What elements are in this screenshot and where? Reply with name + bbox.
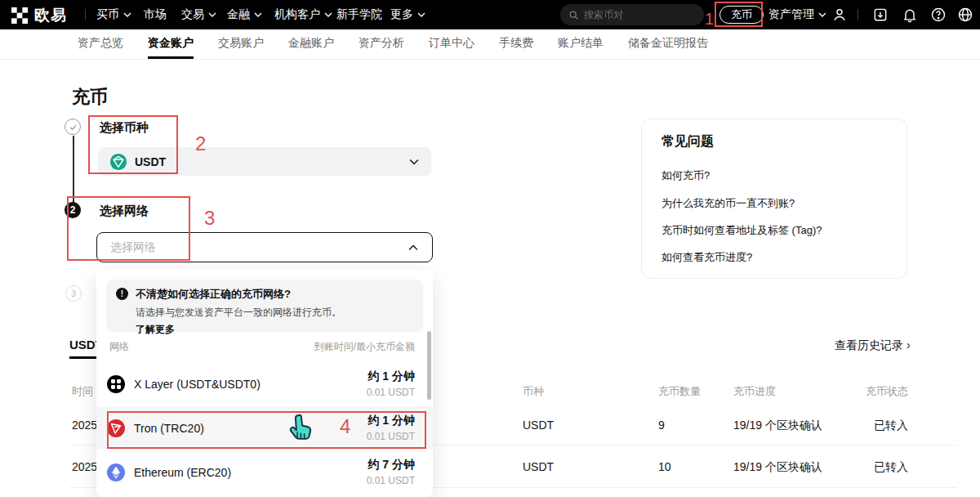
arrival-time: 约 1 分钟 bbox=[367, 414, 415, 428]
network-column-header: 网络 bbox=[109, 340, 129, 354]
step3-number: 3 bbox=[71, 289, 76, 298]
learn-more-link[interactable]: 了解更多 bbox=[136, 323, 175, 337]
subnav-item-fees[interactable]: 手续费 bbox=[499, 29, 533, 59]
faq-title: 常见问题 bbox=[662, 133, 714, 150]
chevron-down-icon bbox=[818, 12, 826, 17]
stepper-connector bbox=[73, 136, 74, 203]
notice-title: 不清楚如何选择正确的充币网络? bbox=[136, 287, 341, 302]
nav-item-more[interactable]: 更多 bbox=[390, 7, 425, 22]
network-list-headers: 网络 到账时间/最小充币金额 bbox=[109, 340, 415, 354]
subnav-item-statements[interactable]: 账户结单 bbox=[558, 29, 604, 59]
network-name: Ethereum (ERC20) bbox=[134, 466, 231, 479]
view-history-link[interactable]: 查看历史记录 › bbox=[835, 338, 911, 353]
okx-deposit-page: 欧易 买币 市场 交易 金融 机构客户 新手学院 更多 bbox=[0, 0, 980, 497]
search-input[interactable]: 搜索币对 bbox=[560, 4, 704, 25]
language-globe-icon[interactable] bbox=[957, 7, 973, 23]
column-header-time: 时间 bbox=[72, 384, 93, 399]
step3-number-circle: 3 bbox=[65, 285, 82, 302]
chevron-down-icon bbox=[324, 12, 332, 17]
nav-item-academy[interactable]: 新手学院 bbox=[336, 7, 382, 22]
column-header-coin: 币种 bbox=[523, 384, 544, 399]
nav-item-markets[interactable]: 市场 bbox=[144, 7, 167, 22]
network-select-input[interactable]: 选择网络 bbox=[96, 232, 433, 262]
arrival-time: 约 7 分钟 bbox=[367, 458, 415, 472]
notifications-bell-icon[interactable] bbox=[902, 7, 918, 23]
network-row-ethereum[interactable]: Ethereum (ERC20) 约 7 分钟 0.01 USDT bbox=[96, 451, 433, 494]
chevron-down-icon bbox=[417, 12, 425, 17]
subnav-item-trading-account[interactable]: 交易账户 bbox=[218, 29, 264, 59]
annotation-number-1: 1 bbox=[705, 10, 714, 29]
step2-number: 2 bbox=[70, 204, 76, 216]
profile-icon[interactable] bbox=[831, 7, 848, 23]
nav-item-buy[interactable]: 买币 bbox=[96, 7, 131, 22]
subnav-item-funding-account[interactable]: 资金账户 bbox=[148, 29, 194, 59]
notice-description: 请选择与您发送资产平台一致的网络进行充币。 bbox=[136, 306, 341, 320]
column-header-status: 充币状态 bbox=[835, 384, 908, 399]
network-row-xlayer[interactable]: X Layer (USDT&USDT0) 约 1 分钟 0.01 USDT bbox=[96, 363, 433, 405]
nav-item-label: 买币 bbox=[96, 7, 119, 22]
subnav-item-finance-account[interactable]: 金融账户 bbox=[288, 29, 334, 59]
chevron-down-icon bbox=[408, 159, 420, 165]
nav-item-label: 机构客户 bbox=[274, 7, 320, 22]
history-cell-coin: USDT bbox=[523, 460, 554, 473]
nav-item-finance[interactable]: 金融 bbox=[227, 7, 262, 22]
arrival-time: 约 1 分钟 bbox=[367, 369, 415, 384]
chevron-up-icon bbox=[408, 244, 419, 251]
min-deposit: 0.01 USDT bbox=[367, 431, 415, 442]
nav-item-label: 更多 bbox=[390, 7, 413, 22]
history-cell-amount: 9 bbox=[658, 419, 665, 432]
nav-item-label: 新手学院 bbox=[336, 7, 382, 22]
account-subnav: 资产总览 资金账户 交易账户 金融账户 资产分析 订单中心 手续费 账户结单 储… bbox=[0, 29, 980, 60]
column-header-progress: 充币进度 bbox=[733, 384, 776, 399]
nav-item-institutions[interactable]: 机构客户 bbox=[274, 7, 332, 22]
min-deposit: 0.01 USDT bbox=[367, 387, 415, 398]
network-row-tron[interactable]: Tron (TRC20) 约 1 分钟 0.01 USDT bbox=[96, 407, 433, 450]
okx-logo[interactable]: 欧易 bbox=[11, 5, 67, 26]
check-icon bbox=[69, 123, 78, 132]
ethereum-icon bbox=[106, 463, 126, 482]
brand-name: 欧易 bbox=[34, 5, 67, 26]
chevron-down-icon bbox=[123, 12, 131, 17]
step2-label: 选择网络 bbox=[100, 204, 149, 219]
faq-item-not-arrived[interactable]: 为什么我充的币一直不到账? bbox=[662, 196, 795, 211]
chevron-down-icon bbox=[254, 12, 262, 17]
subnav-item-order-center[interactable]: 订单中心 bbox=[429, 29, 474, 59]
panel-scrollbar[interactable] bbox=[427, 331, 431, 400]
nav-item-label: 市场 bbox=[144, 7, 167, 22]
topbar-divider bbox=[85, 9, 86, 20]
faq-item-how-to-deposit[interactable]: 如何充币? bbox=[662, 168, 710, 183]
coin-select[interactable]: USDT bbox=[98, 147, 431, 176]
search-placeholder: 搜索币对 bbox=[584, 8, 623, 22]
network-name: X Layer (USDT&USDT0) bbox=[134, 378, 261, 391]
network-notice-box: ! 不清楚如何选择正确的充币网络? 请选择与您发送资产平台一致的网络进行充币。 … bbox=[106, 280, 423, 332]
network-select-placeholder: 选择网络 bbox=[110, 240, 156, 255]
subnav-item-assets-overview[interactable]: 资产总览 bbox=[78, 29, 123, 59]
history-cell-progress: 19/19 个区块确认 bbox=[733, 460, 822, 475]
history-cell-progress: 19/19 个区块确认 bbox=[733, 419, 822, 433]
subnav-item-asset-analysis[interactable]: 资产分析 bbox=[359, 29, 404, 59]
history-cell-status: 已转入 bbox=[835, 460, 908, 475]
min-deposit: 0.01 USDT bbox=[367, 475, 415, 486]
history-tab-underline bbox=[69, 356, 97, 359]
nav-item-label: 金融 bbox=[227, 7, 250, 22]
help-icon[interactable] bbox=[930, 7, 947, 23]
top-navbar: 欧易 买币 市场 交易 金融 机构客户 新手学院 更多 bbox=[0, 0, 980, 29]
deposit-button[interactable]: 充币 bbox=[719, 6, 764, 24]
column-header-amount: 充币数量 bbox=[658, 384, 701, 399]
topbar-divider bbox=[858, 9, 858, 20]
selected-coin-label: USDT bbox=[135, 155, 166, 168]
nav-item-label: 交易 bbox=[181, 7, 204, 22]
annotation-number-3: 3 bbox=[204, 207, 215, 230]
subnav-item-proof-of-reserves[interactable]: 储备金证明报告 bbox=[628, 29, 708, 59]
nav-item-trade[interactable]: 交易 bbox=[181, 7, 216, 22]
faq-item-address-tag[interactable]: 充币时如何查看地址及标签 (Tag)? bbox=[662, 223, 822, 238]
faq-item-progress[interactable]: 如何查看充币进度? bbox=[662, 250, 752, 265]
network-name: Tron (TRC20) bbox=[134, 422, 204, 435]
info-icon: ! bbox=[116, 288, 128, 300]
history-cell-amount: 10 bbox=[658, 460, 671, 473]
download-app-icon[interactable] bbox=[872, 7, 889, 23]
tron-icon bbox=[106, 419, 126, 438]
assets-menu[interactable]: 资产管理 bbox=[768, 7, 826, 22]
step1-check-circle bbox=[65, 119, 81, 135]
chevron-down-icon bbox=[208, 12, 216, 17]
